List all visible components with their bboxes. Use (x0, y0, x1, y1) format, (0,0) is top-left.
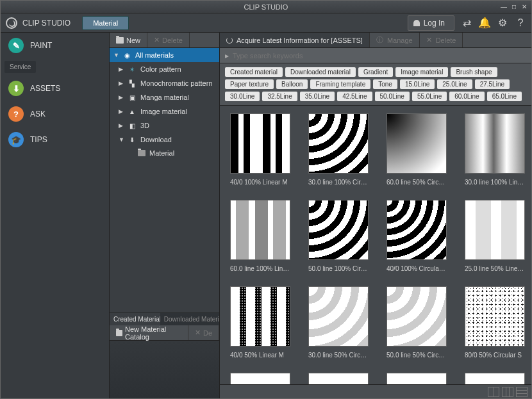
material-thumbnail (465, 286, 525, 346)
tree-download[interactable]: ▼⬇ Download (110, 133, 219, 147)
tree-mono-pattern[interactable]: ▶▚ Monochromatic pattern (110, 76, 219, 90)
manage-button: ⓘ Manage (370, 33, 420, 47)
tree-color-pattern[interactable]: ▶✶ Color pattern (110, 62, 219, 76)
material-thumbnail (230, 113, 290, 174)
main-toolbar: CLIP STUDIO Material Log In ⇄ 🔔 ⚙ ? (1, 13, 531, 33)
material-item[interactable] (230, 373, 290, 384)
search-input[interactable] (233, 52, 526, 60)
tree-manga[interactable]: ▶▣ Manga material (110, 90, 219, 104)
target-icon: ◉ (122, 51, 131, 60)
manga-icon: ▣ (128, 93, 137, 102)
material-item[interactable]: 60.0 line 50% Circular L (387, 113, 447, 195)
material-label: 30.0 line 100% Circular S (308, 179, 369, 186)
acquire-button[interactable]: Acquire Latest Information for [ASSETS] (220, 33, 370, 47)
tree-toolbar: New ✕Delete (110, 33, 219, 48)
filter-chip[interactable]: Balloon (276, 79, 308, 89)
nav-assets[interactable]: ⬇ ASSETS (1, 76, 109, 101)
filter-chip[interactable]: 15.0Line (400, 79, 435, 89)
filter-chip[interactable]: 27.5Line (475, 79, 510, 89)
new-catalog-button[interactable]: New Material Catalog (110, 325, 188, 340)
color-pattern-icon: ✶ (128, 65, 137, 74)
material-item[interactable] (308, 373, 369, 384)
filter-chip[interactable]: 32.5Line (262, 92, 297, 101)
filter-chip[interactable]: Gradient (358, 67, 393, 77)
tab-downloaded-catalog[interactable]: Downloaded Material Ca... (160, 313, 219, 325)
tree-image-material[interactable]: ▶▲ Image material (110, 104, 219, 118)
login-button[interactable]: Log In (408, 15, 454, 31)
material-item[interactable] (387, 373, 447, 384)
material-item[interactable]: 60.0 line 100% Linear S (230, 200, 290, 281)
nav-assets-label: ASSETS (30, 84, 60, 93)
nav-paint[interactable]: ✎ PAINT (1, 33, 109, 58)
material-thumbnail (308, 373, 369, 384)
filter-chip[interactable]: 65.0Line (487, 92, 522, 101)
acquire-label: Acquire Latest Information for [ASSETS] (237, 37, 363, 44)
material-thumbnail (387, 373, 447, 384)
help-icon[interactable]: ? (515, 17, 526, 29)
tab-created-catalog[interactable]: Created Material Ca... (110, 313, 160, 325)
tree-download-material[interactable]: Material (110, 147, 219, 159)
material-item[interactable]: 50.0 line 100% Circular S (308, 200, 369, 281)
material-item[interactable] (465, 373, 525, 384)
filter-chip[interactable]: Brush shape (451, 67, 497, 77)
tree-all-materials[interactable]: ▼◉ All materials (110, 48, 219, 62)
tree-color-label: Color pattern (140, 65, 181, 73)
maximize-button[interactable]: □ (510, 2, 519, 11)
filter-chip[interactable]: Created material (225, 67, 283, 77)
material-item[interactable]: 25.0 line 50% Linear M (465, 200, 525, 281)
ask-icon: ? (8, 106, 24, 122)
catalog-list (110, 341, 219, 398)
nav-tips[interactable]: 🎓 TIPS (1, 127, 109, 152)
material-thumbnail (387, 113, 447, 174)
material-tab[interactable]: Material (82, 16, 129, 30)
bell-icon[interactable]: 🔔 (479, 17, 490, 29)
gear-icon[interactable]: ⚙ (497, 17, 508, 29)
app-name: CLIP STUDIO (22, 19, 71, 28)
content-toolbar: Acquire Latest Information for [ASSETS] … (220, 33, 531, 48)
material-label: 25.0 line 50% Linear M (465, 265, 525, 272)
minimize-button[interactable]: — (499, 2, 508, 11)
material-grid[interactable]: 40/0 100% Linear M30.0 line 100% Circula… (220, 106, 531, 384)
view-large-icon[interactable] (488, 387, 499, 397)
material-item[interactable]: 30.0 line 50% Circular S (308, 286, 369, 368)
filter-chip[interactable]: 35.0Line (300, 92, 335, 101)
material-item[interactable]: 50.0 line 50% Circular S (387, 286, 447, 368)
nav-ask-label: ASK (30, 110, 46, 118)
material-label: 40/0 100% Circular M (387, 265, 447, 272)
filter-chip[interactable]: Image material (395, 67, 448, 77)
search-bar[interactable]: ▸ (220, 48, 531, 63)
window-title: CLIP STUDIO (244, 3, 288, 11)
tree-3d[interactable]: ▶◧ 3D (110, 118, 219, 133)
material-item[interactable]: 40/0 100% Circular M (387, 200, 447, 281)
view-list-icon[interactable] (516, 387, 528, 397)
filter-chip[interactable]: Tone (373, 79, 397, 89)
nav-tips-label: TIPS (30, 135, 47, 144)
swap-icon[interactable]: ⇄ (461, 17, 472, 29)
material-item[interactable]: 30.0 line 100% Circular S (308, 113, 369, 195)
filter-chip[interactable]: 55.0Line (412, 92, 447, 101)
filter-chip[interactable]: Framing template (310, 79, 370, 89)
filter-chip[interactable]: 42.5Line (337, 92, 372, 101)
filter-chip[interactable]: 60.0Line (449, 92, 484, 101)
filter-chip[interactable]: Downloaded material (285, 67, 356, 77)
tree-all-label: All materials (135, 51, 174, 59)
material-item[interactable]: 40/0 50% Linear M (230, 286, 290, 368)
filter-chip[interactable]: 30.0Line (225, 92, 260, 101)
view-small-icon[interactable] (502, 387, 513, 397)
tree-mono-label: Monochromatic pattern (140, 79, 213, 87)
filter-chip[interactable]: 50.0Line (375, 92, 410, 101)
new-folder-button[interactable]: New (110, 33, 147, 47)
material-item[interactable]: 30.0 line 100% Linear S (465, 113, 525, 195)
tree-image-label: Image material (140, 108, 187, 115)
material-label: 60.0 line 50% Circular L (387, 179, 447, 186)
filter-chip[interactable]: 25.0Line (437, 79, 472, 89)
folder-icon (116, 37, 124, 44)
nav-paint-label: PAINT (30, 41, 52, 50)
material-item[interactable]: 80/0 50% Circular S (465, 286, 525, 368)
filter-chip[interactable]: Paper texture (225, 79, 274, 89)
close-button[interactable]: ✕ (520, 2, 529, 11)
material-label: 80/0 50% Circular S (465, 352, 525, 359)
nav-ask[interactable]: ? ASK (1, 101, 109, 127)
material-item[interactable]: 40/0 100% Linear M (230, 113, 290, 195)
tips-icon: 🎓 (8, 132, 24, 147)
